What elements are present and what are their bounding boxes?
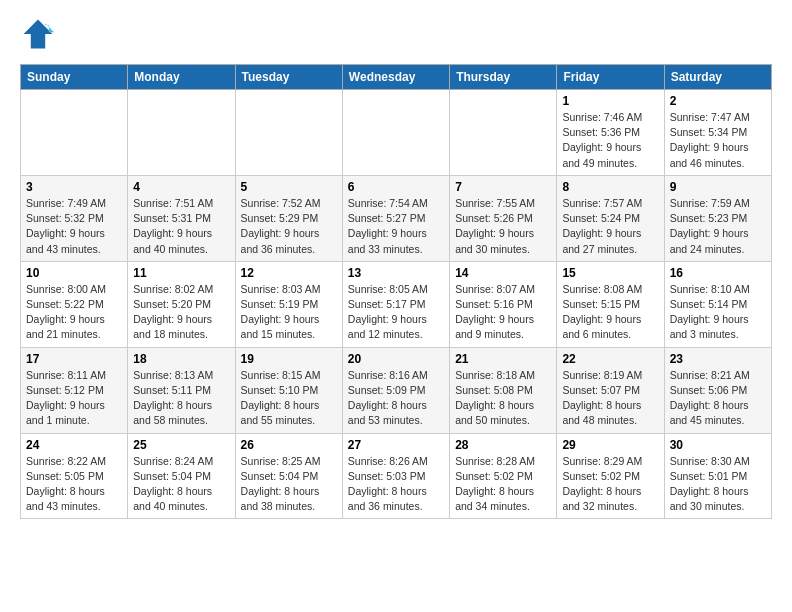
day-info: Sunrise: 8:07 AM Sunset: 5:16 PM Dayligh…	[455, 282, 551, 343]
calendar-cell: 13Sunrise: 8:05 AM Sunset: 5:17 PM Dayli…	[342, 261, 449, 347]
calendar-cell: 18Sunrise: 8:13 AM Sunset: 5:11 PM Dayli…	[128, 347, 235, 433]
logo	[20, 16, 60, 52]
day-info: Sunrise: 8:21 AM Sunset: 5:06 PM Dayligh…	[670, 368, 766, 429]
calendar-cell: 20Sunrise: 8:16 AM Sunset: 5:09 PM Dayli…	[342, 347, 449, 433]
calendar-cell: 25Sunrise: 8:24 AM Sunset: 5:04 PM Dayli…	[128, 433, 235, 519]
day-info: Sunrise: 8:22 AM Sunset: 5:05 PM Dayligh…	[26, 454, 122, 515]
day-number: 24	[26, 438, 122, 452]
day-info: Sunrise: 7:55 AM Sunset: 5:26 PM Dayligh…	[455, 196, 551, 257]
weekday-header: Saturday	[664, 65, 771, 90]
day-info: Sunrise: 8:00 AM Sunset: 5:22 PM Dayligh…	[26, 282, 122, 343]
day-info: Sunrise: 8:13 AM Sunset: 5:11 PM Dayligh…	[133, 368, 229, 429]
day-number: 25	[133, 438, 229, 452]
calendar-cell: 17Sunrise: 8:11 AM Sunset: 5:12 PM Dayli…	[21, 347, 128, 433]
day-info: Sunrise: 7:59 AM Sunset: 5:23 PM Dayligh…	[670, 196, 766, 257]
calendar-cell: 5Sunrise: 7:52 AM Sunset: 5:29 PM Daylig…	[235, 175, 342, 261]
calendar-cell: 10Sunrise: 8:00 AM Sunset: 5:22 PM Dayli…	[21, 261, 128, 347]
calendar-body: 1Sunrise: 7:46 AM Sunset: 5:36 PM Daylig…	[21, 90, 772, 519]
day-number: 26	[241, 438, 337, 452]
weekday-header: Tuesday	[235, 65, 342, 90]
calendar-cell	[235, 90, 342, 176]
calendar-cell	[21, 90, 128, 176]
weekday-header: Wednesday	[342, 65, 449, 90]
day-number: 6	[348, 180, 444, 194]
day-number: 13	[348, 266, 444, 280]
weekday-header: Monday	[128, 65, 235, 90]
calendar-cell: 16Sunrise: 8:10 AM Sunset: 5:14 PM Dayli…	[664, 261, 771, 347]
day-info: Sunrise: 8:10 AM Sunset: 5:14 PM Dayligh…	[670, 282, 766, 343]
day-info: Sunrise: 8:29 AM Sunset: 5:02 PM Dayligh…	[562, 454, 658, 515]
calendar-cell: 3Sunrise: 7:49 AM Sunset: 5:32 PM Daylig…	[21, 175, 128, 261]
day-number: 17	[26, 352, 122, 366]
day-number: 4	[133, 180, 229, 194]
day-number: 29	[562, 438, 658, 452]
day-number: 1	[562, 94, 658, 108]
calendar-cell: 19Sunrise: 8:15 AM Sunset: 5:10 PM Dayli…	[235, 347, 342, 433]
day-info: Sunrise: 7:47 AM Sunset: 5:34 PM Dayligh…	[670, 110, 766, 171]
day-number: 23	[670, 352, 766, 366]
day-number: 5	[241, 180, 337, 194]
day-info: Sunrise: 8:30 AM Sunset: 5:01 PM Dayligh…	[670, 454, 766, 515]
calendar-cell: 23Sunrise: 8:21 AM Sunset: 5:06 PM Dayli…	[664, 347, 771, 433]
day-info: Sunrise: 8:11 AM Sunset: 5:12 PM Dayligh…	[26, 368, 122, 429]
calendar-table: SundayMondayTuesdayWednesdayThursdayFrid…	[20, 64, 772, 519]
logo-icon	[20, 16, 56, 52]
day-number: 19	[241, 352, 337, 366]
day-info: Sunrise: 8:18 AM Sunset: 5:08 PM Dayligh…	[455, 368, 551, 429]
day-number: 30	[670, 438, 766, 452]
calendar-cell: 4Sunrise: 7:51 AM Sunset: 5:31 PM Daylig…	[128, 175, 235, 261]
calendar-cell: 29Sunrise: 8:29 AM Sunset: 5:02 PM Dayli…	[557, 433, 664, 519]
calendar-week-row: 24Sunrise: 8:22 AM Sunset: 5:05 PM Dayli…	[21, 433, 772, 519]
day-info: Sunrise: 7:52 AM Sunset: 5:29 PM Dayligh…	[241, 196, 337, 257]
weekday-row: SundayMondayTuesdayWednesdayThursdayFrid…	[21, 65, 772, 90]
page-container: SundayMondayTuesdayWednesdayThursdayFrid…	[0, 0, 792, 535]
day-number: 2	[670, 94, 766, 108]
day-info: Sunrise: 8:19 AM Sunset: 5:07 PM Dayligh…	[562, 368, 658, 429]
weekday-header: Thursday	[450, 65, 557, 90]
day-number: 12	[241, 266, 337, 280]
svg-marker-0	[24, 20, 53, 49]
calendar-cell: 21Sunrise: 8:18 AM Sunset: 5:08 PM Dayli…	[450, 347, 557, 433]
weekday-header: Friday	[557, 65, 664, 90]
calendar-cell: 15Sunrise: 8:08 AM Sunset: 5:15 PM Dayli…	[557, 261, 664, 347]
calendar-cell: 14Sunrise: 8:07 AM Sunset: 5:16 PM Dayli…	[450, 261, 557, 347]
day-info: Sunrise: 8:25 AM Sunset: 5:04 PM Dayligh…	[241, 454, 337, 515]
calendar-week-row: 17Sunrise: 8:11 AM Sunset: 5:12 PM Dayli…	[21, 347, 772, 433]
day-info: Sunrise: 7:54 AM Sunset: 5:27 PM Dayligh…	[348, 196, 444, 257]
day-number: 15	[562, 266, 658, 280]
day-number: 28	[455, 438, 551, 452]
calendar-cell	[450, 90, 557, 176]
day-info: Sunrise: 8:05 AM Sunset: 5:17 PM Dayligh…	[348, 282, 444, 343]
day-info: Sunrise: 7:57 AM Sunset: 5:24 PM Dayligh…	[562, 196, 658, 257]
calendar-cell: 6Sunrise: 7:54 AM Sunset: 5:27 PM Daylig…	[342, 175, 449, 261]
day-info: Sunrise: 8:03 AM Sunset: 5:19 PM Dayligh…	[241, 282, 337, 343]
day-number: 8	[562, 180, 658, 194]
calendar-cell	[342, 90, 449, 176]
day-info: Sunrise: 7:46 AM Sunset: 5:36 PM Dayligh…	[562, 110, 658, 171]
calendar-cell: 11Sunrise: 8:02 AM Sunset: 5:20 PM Dayli…	[128, 261, 235, 347]
calendar-week-row: 1Sunrise: 7:46 AM Sunset: 5:36 PM Daylig…	[21, 90, 772, 176]
day-number: 22	[562, 352, 658, 366]
day-number: 27	[348, 438, 444, 452]
day-info: Sunrise: 8:24 AM Sunset: 5:04 PM Dayligh…	[133, 454, 229, 515]
day-number: 3	[26, 180, 122, 194]
calendar-cell: 28Sunrise: 8:28 AM Sunset: 5:02 PM Dayli…	[450, 433, 557, 519]
calendar-cell: 27Sunrise: 8:26 AM Sunset: 5:03 PM Dayli…	[342, 433, 449, 519]
day-info: Sunrise: 8:08 AM Sunset: 5:15 PM Dayligh…	[562, 282, 658, 343]
calendar-cell: 1Sunrise: 7:46 AM Sunset: 5:36 PM Daylig…	[557, 90, 664, 176]
day-number: 9	[670, 180, 766, 194]
calendar-cell: 8Sunrise: 7:57 AM Sunset: 5:24 PM Daylig…	[557, 175, 664, 261]
day-number: 18	[133, 352, 229, 366]
weekday-header: Sunday	[21, 65, 128, 90]
calendar-cell: 26Sunrise: 8:25 AM Sunset: 5:04 PM Dayli…	[235, 433, 342, 519]
day-info: Sunrise: 8:26 AM Sunset: 5:03 PM Dayligh…	[348, 454, 444, 515]
day-number: 21	[455, 352, 551, 366]
day-info: Sunrise: 7:51 AM Sunset: 5:31 PM Dayligh…	[133, 196, 229, 257]
day-info: Sunrise: 7:49 AM Sunset: 5:32 PM Dayligh…	[26, 196, 122, 257]
day-number: 20	[348, 352, 444, 366]
calendar-cell: 2Sunrise: 7:47 AM Sunset: 5:34 PM Daylig…	[664, 90, 771, 176]
day-number: 10	[26, 266, 122, 280]
calendar-cell: 30Sunrise: 8:30 AM Sunset: 5:01 PM Dayli…	[664, 433, 771, 519]
calendar-cell: 22Sunrise: 8:19 AM Sunset: 5:07 PM Dayli…	[557, 347, 664, 433]
day-number: 7	[455, 180, 551, 194]
